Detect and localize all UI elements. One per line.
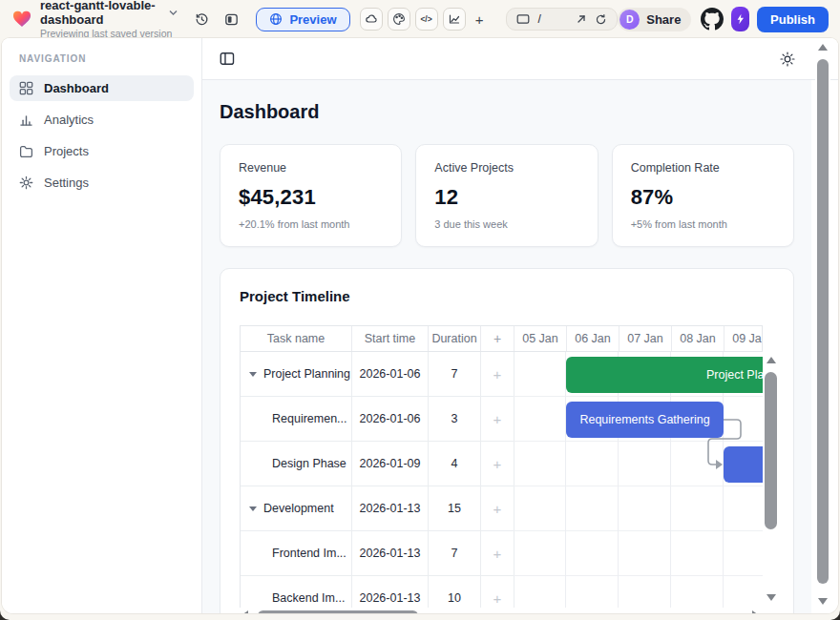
sidebar-item-settings[interactable]: Settings: [10, 170, 194, 196]
url-bar[interactable]: /: [506, 8, 618, 31]
task-name-label: Backend Im...: [272, 591, 345, 605]
stat-card-active-projects: Active Projects 12 3 due this week: [415, 144, 598, 247]
device-toggle-icon[interactable]: [224, 12, 239, 27]
task-duration-cell[interactable]: 7: [429, 352, 481, 396]
palette-icon[interactable]: [388, 8, 410, 31]
sidebar-item-label: Analytics: [44, 113, 94, 127]
code-icon[interactable]: </>: [415, 8, 438, 31]
task-start-cell[interactable]: 2026-01-13: [352, 531, 429, 575]
task-start-cell[interactable]: 2026-01-06: [352, 397, 429, 441]
gantt-bar[interactable]: Design Phase: [724, 446, 763, 483]
task-name-label: Development: [263, 502, 334, 515]
upgrade-bolt-button[interactable]: [731, 7, 749, 31]
share-button[interactable]: D Share: [618, 8, 691, 31]
monitor-icon: [516, 13, 530, 25]
stat-label: Revenue: [239, 161, 383, 175]
task-duration-cell[interactable]: 4: [429, 442, 481, 486]
history-icon[interactable]: [195, 12, 209, 27]
task-start-cell[interactable]: 2026-01-13: [352, 486, 429, 530]
analytics-chart-icon[interactable]: [443, 8, 466, 31]
chevron-down-icon: [169, 10, 178, 16]
stat-card-revenue: Revenue $45,231 +20.1% from last month: [220, 144, 402, 247]
sidebar-item-dashboard[interactable]: Dashboard: [10, 75, 194, 101]
stat-card-completion-rate: Completion Rate 87% +5% from last month: [612, 144, 794, 247]
gantt-vertical-scrollbar[interactable]: [764, 355, 779, 603]
avatar[interactable]: D: [620, 10, 640, 30]
gear-icon: [19, 176, 33, 190]
task-start-cell[interactable]: 2026-01-09: [352, 442, 429, 486]
col-header-task-name[interactable]: Task name: [241, 326, 352, 351]
stat-sub: +20.1% from last month: [239, 218, 383, 230]
gantt-date-header[interactable]: 07 Jan: [620, 326, 672, 351]
add-subtask-button[interactable]: +: [481, 576, 514, 608]
scroll-down-arrow[interactable]: [818, 598, 828, 605]
add-column-button[interactable]: +: [481, 326, 514, 351]
task-duration-cell[interactable]: 10: [429, 576, 481, 608]
theme-sun-icon[interactable]: [780, 52, 795, 67]
refresh-icon[interactable]: [595, 13, 607, 26]
app-window: react-gantt-lovable-dashboard Previewing…: [0, 0, 840, 620]
task-duration-cell[interactable]: 7: [429, 531, 481, 575]
task-name-cell[interactable]: Design Phase: [241, 442, 352, 486]
url-path[interactable]: /: [537, 12, 568, 26]
project-title-block[interactable]: react-gantt-lovable-dashboard Previewing…: [40, 0, 178, 39]
task-name-cell[interactable]: Backend Im...: [241, 576, 352, 608]
expand-chevron-icon[interactable]: [249, 372, 257, 377]
col-header-duration[interactable]: Duration: [429, 326, 481, 351]
gantt-date-header[interactable]: 08 Jan: [672, 326, 724, 351]
task-start-cell[interactable]: 2026-01-13: [352, 576, 429, 608]
task-name-cell[interactable]: Requiremen...: [241, 397, 352, 441]
scroll-left-arrow[interactable]: [242, 610, 248, 613]
project-timeline-card: Project Timeline Task name Start time Du…: [220, 268, 794, 613]
task-name-cell[interactable]: Frontend Im...: [241, 531, 352, 575]
task-duration-cell[interactable]: 3: [429, 397, 481, 441]
preview-button[interactable]: Preview: [256, 8, 349, 31]
expand-chevron-icon[interactable]: [249, 506, 257, 511]
stat-label: Completion Rate: [631, 161, 775, 175]
gantt-bar[interactable]: Requirements Gathering: [566, 402, 724, 438]
add-subtask-button[interactable]: +: [481, 442, 514, 486]
task-name-cell[interactable]: Project Planning: [241, 352, 352, 396]
scroll-down-arrow[interactable]: [766, 594, 776, 601]
scroll-up-arrow[interactable]: [818, 44, 828, 51]
task-start-cell[interactable]: 2026-01-06: [352, 352, 429, 396]
stat-value: 12: [434, 185, 578, 210]
bar-chart-icon: [19, 113, 33, 127]
task-duration-cell[interactable]: 15: [429, 486, 481, 530]
add-subtask-button[interactable]: +: [481, 352, 514, 396]
share-label: Share: [646, 12, 681, 27]
page-scrollbar[interactable]: [815, 40, 830, 609]
open-external-icon[interactable]: [576, 13, 587, 25]
scroll-up-arrow[interactable]: [766, 357, 776, 363]
page-scroll-thumb[interactable]: [817, 59, 829, 584]
project-name[interactable]: react-gantt-lovable-dashboard: [40, 0, 164, 28]
timeline-title: Project Timeline: [240, 288, 774, 304]
gantt-bar[interactable]: Project Planning: [566, 357, 763, 393]
sidebar-item-label: Dashboard: [44, 81, 109, 95]
horizontal-scroll-thumb[interactable]: [258, 610, 418, 613]
lovable-logo: [11, 9, 32, 30]
add-subtask-button[interactable]: +: [481, 397, 514, 441]
lovable-topbar: react-gantt-lovable-dashboard Previewing…: [0, 0, 840, 38]
folder-icon: [19, 144, 33, 158]
dashboard-grid-icon: [19, 81, 33, 95]
gantt-date-header[interactable]: 09 Jan: [724, 326, 763, 351]
sidebar-item-analytics[interactable]: Analytics: [10, 107, 194, 133]
task-name-cell[interactable]: Development: [241, 486, 352, 530]
vertical-scroll-thumb[interactable]: [765, 372, 777, 529]
publish-button[interactable]: Publish: [757, 7, 829, 32]
add-tab-button[interactable]: +: [473, 11, 486, 28]
gantt-horizontal-scrollbar[interactable]: [240, 609, 763, 613]
gantt-date-header[interactable]: 05 Jan: [514, 326, 567, 351]
gantt-date-header[interactable]: 06 Jan: [567, 326, 620, 351]
sidebar-toggle-icon[interactable]: [220, 52, 235, 66]
cloud-icon[interactable]: [360, 8, 383, 31]
sidebar-item-projects[interactable]: Projects: [10, 138, 194, 164]
github-icon[interactable]: [701, 8, 724, 31]
scroll-right-arrow[interactable]: [752, 610, 759, 613]
add-subtask-button[interactable]: +: [481, 531, 514, 575]
preview-label: Preview: [289, 12, 336, 27]
col-header-start-time[interactable]: Start time: [352, 326, 429, 351]
dashboard-content: Dashboard Revenue $45,231 +20.1% from la…: [202, 80, 811, 613]
add-subtask-button[interactable]: +: [481, 486, 514, 530]
